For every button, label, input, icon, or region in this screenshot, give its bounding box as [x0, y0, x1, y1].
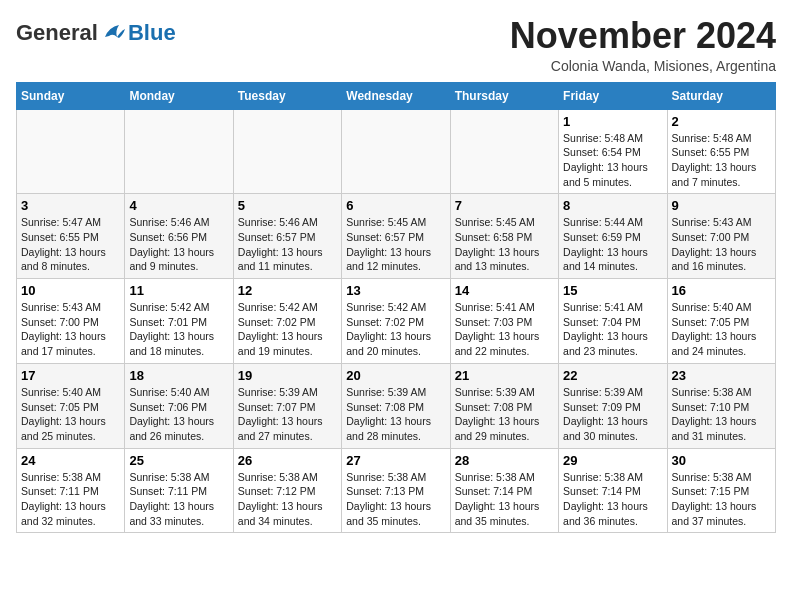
table-row: 18Sunrise: 5:40 AMSunset: 7:06 PMDayligh…: [125, 363, 233, 448]
day-info: Sunrise: 5:38 AMSunset: 7:10 PMDaylight:…: [672, 385, 771, 444]
day-number: 1: [563, 114, 662, 129]
table-row: 28Sunrise: 5:38 AMSunset: 7:14 PMDayligh…: [450, 448, 558, 533]
table-row: 17Sunrise: 5:40 AMSunset: 7:05 PMDayligh…: [17, 363, 125, 448]
day-number: 18: [129, 368, 228, 383]
calendar-week-row: 1Sunrise: 5:48 AMSunset: 6:54 PMDaylight…: [17, 109, 776, 194]
day-info: Sunrise: 5:38 AMSunset: 7:11 PMDaylight:…: [129, 470, 228, 529]
col-monday: Monday: [125, 82, 233, 109]
calendar-week-row: 10Sunrise: 5:43 AMSunset: 7:00 PMDayligh…: [17, 279, 776, 364]
table-row: 15Sunrise: 5:41 AMSunset: 7:04 PMDayligh…: [559, 279, 667, 364]
day-number: 22: [563, 368, 662, 383]
logo-text: GeneralBlue: [16, 20, 176, 46]
day-info: Sunrise: 5:39 AMSunset: 7:07 PMDaylight:…: [238, 385, 337, 444]
calendar-week-row: 17Sunrise: 5:40 AMSunset: 7:05 PMDayligh…: [17, 363, 776, 448]
day-info: Sunrise: 5:38 AMSunset: 7:13 PMDaylight:…: [346, 470, 445, 529]
calendar-week-row: 24Sunrise: 5:38 AMSunset: 7:11 PMDayligh…: [17, 448, 776, 533]
day-info: Sunrise: 5:40 AMSunset: 7:06 PMDaylight:…: [129, 385, 228, 444]
day-info: Sunrise: 5:38 AMSunset: 7:15 PMDaylight:…: [672, 470, 771, 529]
table-row: 11Sunrise: 5:42 AMSunset: 7:01 PMDayligh…: [125, 279, 233, 364]
day-number: 7: [455, 198, 554, 213]
day-number: 14: [455, 283, 554, 298]
table-row: 22Sunrise: 5:39 AMSunset: 7:09 PMDayligh…: [559, 363, 667, 448]
day-info: Sunrise: 5:42 AMSunset: 7:01 PMDaylight:…: [129, 300, 228, 359]
day-info: Sunrise: 5:44 AMSunset: 6:59 PMDaylight:…: [563, 215, 662, 274]
day-number: 19: [238, 368, 337, 383]
day-number: 25: [129, 453, 228, 468]
day-number: 15: [563, 283, 662, 298]
day-info: Sunrise: 5:39 AMSunset: 7:08 PMDaylight:…: [346, 385, 445, 444]
day-info: Sunrise: 5:40 AMSunset: 7:05 PMDaylight:…: [21, 385, 120, 444]
calendar-table: Sunday Monday Tuesday Wednesday Thursday…: [16, 82, 776, 534]
day-number: 17: [21, 368, 120, 383]
day-info: Sunrise: 5:41 AMSunset: 7:04 PMDaylight:…: [563, 300, 662, 359]
table-row: 2Sunrise: 5:48 AMSunset: 6:55 PMDaylight…: [667, 109, 775, 194]
col-thursday: Thursday: [450, 82, 558, 109]
table-row: 29Sunrise: 5:38 AMSunset: 7:14 PMDayligh…: [559, 448, 667, 533]
day-info: Sunrise: 5:46 AMSunset: 6:57 PMDaylight:…: [238, 215, 337, 274]
day-number: 13: [346, 283, 445, 298]
table-row: 26Sunrise: 5:38 AMSunset: 7:12 PMDayligh…: [233, 448, 341, 533]
day-info: Sunrise: 5:47 AMSunset: 6:55 PMDaylight:…: [21, 215, 120, 274]
location-subtitle: Colonia Wanda, Misiones, Argentina: [510, 58, 776, 74]
col-wednesday: Wednesday: [342, 82, 450, 109]
day-info: Sunrise: 5:48 AMSunset: 6:54 PMDaylight:…: [563, 131, 662, 190]
day-number: 9: [672, 198, 771, 213]
day-number: 16: [672, 283, 771, 298]
table-row: [125, 109, 233, 194]
day-number: 10: [21, 283, 120, 298]
day-number: 8: [563, 198, 662, 213]
day-number: 5: [238, 198, 337, 213]
day-number: 12: [238, 283, 337, 298]
table-row: 7Sunrise: 5:45 AMSunset: 6:58 PMDaylight…: [450, 194, 558, 279]
day-number: 24: [21, 453, 120, 468]
day-number: 21: [455, 368, 554, 383]
calendar-week-row: 3Sunrise: 5:47 AMSunset: 6:55 PMDaylight…: [17, 194, 776, 279]
table-row: 10Sunrise: 5:43 AMSunset: 7:00 PMDayligh…: [17, 279, 125, 364]
day-info: Sunrise: 5:45 AMSunset: 6:58 PMDaylight:…: [455, 215, 554, 274]
logo-bird-icon: [99, 23, 127, 45]
table-row: 19Sunrise: 5:39 AMSunset: 7:07 PMDayligh…: [233, 363, 341, 448]
table-row: 16Sunrise: 5:40 AMSunset: 7:05 PMDayligh…: [667, 279, 775, 364]
table-row: 3Sunrise: 5:47 AMSunset: 6:55 PMDaylight…: [17, 194, 125, 279]
calendar-header-row: Sunday Monday Tuesday Wednesday Thursday…: [17, 82, 776, 109]
table-row: 12Sunrise: 5:42 AMSunset: 7:02 PMDayligh…: [233, 279, 341, 364]
table-row: 14Sunrise: 5:41 AMSunset: 7:03 PMDayligh…: [450, 279, 558, 364]
day-info: Sunrise: 5:42 AMSunset: 7:02 PMDaylight:…: [346, 300, 445, 359]
table-row: 27Sunrise: 5:38 AMSunset: 7:13 PMDayligh…: [342, 448, 450, 533]
table-row: 1Sunrise: 5:48 AMSunset: 6:54 PMDaylight…: [559, 109, 667, 194]
table-row: 25Sunrise: 5:38 AMSunset: 7:11 PMDayligh…: [125, 448, 233, 533]
day-number: 6: [346, 198, 445, 213]
day-number: 26: [238, 453, 337, 468]
table-row: 30Sunrise: 5:38 AMSunset: 7:15 PMDayligh…: [667, 448, 775, 533]
day-info: Sunrise: 5:48 AMSunset: 6:55 PMDaylight:…: [672, 131, 771, 190]
day-info: Sunrise: 5:46 AMSunset: 6:56 PMDaylight:…: [129, 215, 228, 274]
col-tuesday: Tuesday: [233, 82, 341, 109]
day-number: 3: [21, 198, 120, 213]
day-info: Sunrise: 5:43 AMSunset: 7:00 PMDaylight:…: [672, 215, 771, 274]
day-info: Sunrise: 5:39 AMSunset: 7:09 PMDaylight:…: [563, 385, 662, 444]
day-info: Sunrise: 5:42 AMSunset: 7:02 PMDaylight:…: [238, 300, 337, 359]
day-info: Sunrise: 5:45 AMSunset: 6:57 PMDaylight:…: [346, 215, 445, 274]
day-info: Sunrise: 5:41 AMSunset: 7:03 PMDaylight:…: [455, 300, 554, 359]
day-number: 4: [129, 198, 228, 213]
table-row: 24Sunrise: 5:38 AMSunset: 7:11 PMDayligh…: [17, 448, 125, 533]
col-friday: Friday: [559, 82, 667, 109]
title-area: November 2024 Colonia Wanda, Misiones, A…: [510, 16, 776, 74]
day-info: Sunrise: 5:38 AMSunset: 7:14 PMDaylight:…: [563, 470, 662, 529]
day-number: 20: [346, 368, 445, 383]
month-title: November 2024: [510, 16, 776, 56]
col-sunday: Sunday: [17, 82, 125, 109]
page-header: GeneralBlue November 2024 Colonia Wanda,…: [16, 16, 776, 74]
table-row: 20Sunrise: 5:39 AMSunset: 7:08 PMDayligh…: [342, 363, 450, 448]
table-row: [342, 109, 450, 194]
table-row: 5Sunrise: 5:46 AMSunset: 6:57 PMDaylight…: [233, 194, 341, 279]
table-row: 9Sunrise: 5:43 AMSunset: 7:00 PMDaylight…: [667, 194, 775, 279]
table-row: [17, 109, 125, 194]
day-number: 11: [129, 283, 228, 298]
table-row: 21Sunrise: 5:39 AMSunset: 7:08 PMDayligh…: [450, 363, 558, 448]
day-info: Sunrise: 5:38 AMSunset: 7:14 PMDaylight:…: [455, 470, 554, 529]
table-row: [233, 109, 341, 194]
table-row: 6Sunrise: 5:45 AMSunset: 6:57 PMDaylight…: [342, 194, 450, 279]
table-row: [450, 109, 558, 194]
day-number: 23: [672, 368, 771, 383]
